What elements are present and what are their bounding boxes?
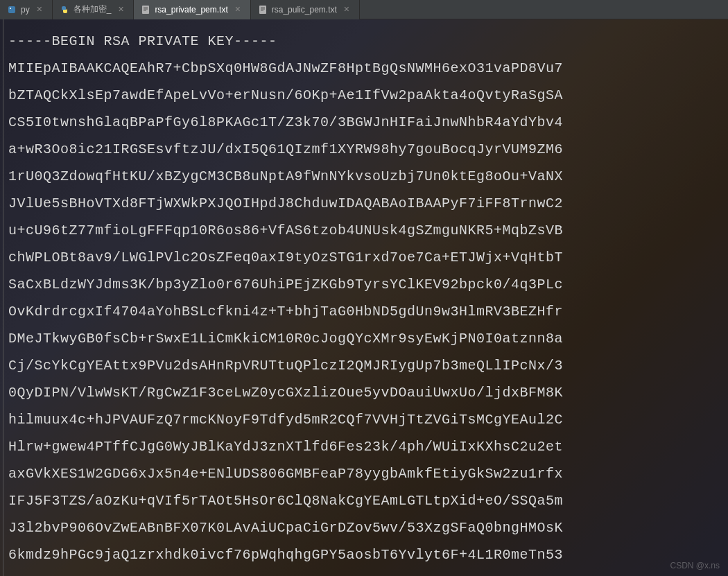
code-line: axGVkXES1W2GDG6xJx5n4e+ENlUDS806GMBFeaP7… [8, 460, 725, 487]
code-line: Cj/ScYkCgYEAttx9PVu2dsAHnRpVRUTtuQPlczI2… [8, 352, 725, 379]
code-line: 0QyDIPN/VlwWsKT/RgCwZ1F3ceLwZ0ycGXzlizOu… [8, 379, 725, 406]
code-line: Hlrw+gwew4PTffCJgG0WyJBlKaYdJ3znXTlfd6Fe… [8, 433, 725, 460]
code-line: bZTAQCkXlsEp7awdEfApeLvVo+erNusn/6OKp+Ae… [8, 82, 725, 109]
svg-rect-6 [259, 6, 266, 14]
code-line: u+cU96tZ77mfioLgFFFqp10R6os86+VfAS6tzob4… [8, 217, 725, 244]
code-line: CS5I0twnshGlaqBPaPfGy6l8PKAGc1T/Z3k70/3B… [8, 109, 725, 136]
code-line: hilmuux4c+hJPVAUFzQ7rmcKNoyF9Tdfyd5mR2CQ… [8, 406, 725, 433]
tab-label: rsa_pulic_pem.txt [272, 5, 337, 15]
code-line: DMeJTkwyGB0fsCb+rSwxE1LiCmKkiCM10R0cJogQ… [8, 325, 725, 352]
code-line: OvKdrdrcgxIf4704aYohBSLcfkni4z+T+bhjTaG0… [8, 298, 725, 325]
tab-label: 各种加密_ [73, 3, 112, 15]
text-file-icon [141, 5, 150, 15]
text-file-icon [258, 5, 268, 15]
tab-py[interactable]: py × [0, 0, 53, 19]
close-icon[interactable]: × [235, 6, 243, 14]
code-line: 6kmdz9hPGc9jaQ1zrxhdk0ivcf76pWqhqhgGPY5a… [8, 541, 725, 568]
python-icon [7, 5, 17, 15]
code-line: 1rU0Q3ZdowqfHtKU/xBZygCM3CB8uNptA9fWnNYk… [8, 163, 725, 190]
svg-rect-0 [8, 6, 15, 13]
code-line: MIIEpAIBAAKCAQEAhR7+CbpSXq0HW8GdAJNwZF8H… [8, 55, 725, 82]
code-line: SaCxBLdzWYJdms3K/bp3yZlo0r676UhiPEjZKGb9… [8, 271, 725, 298]
tab-label: rsa_private_pem.txt [155, 5, 227, 15]
watermark: CSDN @x.ns [670, 561, 720, 570]
code-line: a+wR3Oo8ic21IRGSEsvftzJU/dxI5Q61QIzmf1XY… [8, 136, 725, 163]
close-icon[interactable]: × [118, 6, 126, 14]
close-icon[interactable]: × [37, 6, 45, 14]
code-line: chWPLOBt8av9/LWGlPVlc2OsZFeq0axI9tyOzSTG… [8, 244, 725, 271]
svg-rect-2 [142, 6, 149, 14]
tab-rsa-private[interactable]: rsa_private_pem.txt × [134, 0, 250, 19]
tab-rsa-public[interactable]: rsa_pulic_pem.txt × [251, 0, 360, 19]
code-line: -----BEGIN RSA PRIVATE KEY----- [8, 28, 725, 55]
code-line: IFJ5F3TZS/aOzKu+qVIf5rTAOt5HsOr6ClQ8NakC… [8, 487, 725, 514]
python-icon [60, 5, 69, 15]
close-icon[interactable]: × [344, 6, 352, 14]
code-line: JVlUe5sBHoVTXd8FTjWXWkPXJQOIHpdJ8ChduwID… [8, 190, 725, 217]
code-line: J3l2bvP906OvZwEABnBFX07K0LAvAiUCpaCiGrDZ… [8, 514, 725, 541]
svg-point-1 [10, 8, 11, 9]
editor-content[interactable]: -----BEGIN RSA PRIVATE KEY----- MIIEpAIB… [0, 19, 728, 576]
tab-label: py [21, 5, 30, 15]
tab-encryption[interactable]: 各种加密_ × [53, 0, 135, 19]
tab-bar: py × 各种加密_ × rsa_private_pem.txt × rsa_p… [0, 0, 728, 19]
